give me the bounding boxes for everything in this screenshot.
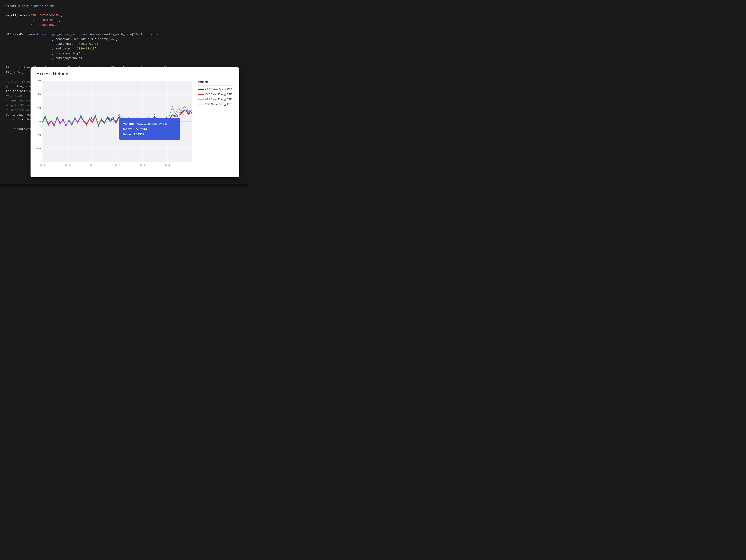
svg-text:0: 0 xyxy=(39,120,41,123)
code-line-4: 'PR':'XIUSA0010F', xyxy=(6,18,242,23)
code-line-11: , freq='monthly' xyxy=(6,51,242,56)
code-line-9: , start_date= '2010-01-01' xyxy=(6,42,242,47)
legend-line-xyz xyxy=(198,94,204,94)
code-line-13 xyxy=(6,61,242,65)
svg-text:30: 30 xyxy=(38,79,41,82)
legend-line-efg xyxy=(198,104,204,105)
chart-title: Excess Returns xyxy=(36,71,235,77)
legend-item-xyz: XYZ Clean Energy ETF xyxy=(198,93,233,96)
svg-text:−20: −20 xyxy=(36,147,41,150)
code-line-3: us_mkt_index={'TR':'XIUSA0010V', xyxy=(6,13,242,18)
code-line-8: , benchmark_sec_id=us_mkt_index['NR'] xyxy=(6,37,242,42)
chart-legend: Variable ABC Clean Energy ETF XYZ Clean … xyxy=(196,78,235,171)
legend-label-efg: EFG Clean Energy ETF xyxy=(205,103,232,106)
legend-line-abc xyxy=(198,89,204,90)
code-line-12: , currency='USD') xyxy=(6,56,242,61)
legend-item-aaa: AAA Clean Energy ETF xyxy=(198,98,233,101)
legend-title: Variable xyxy=(198,80,233,84)
legend-label-xyz: XYZ Clean Energy ETF xyxy=(205,93,232,96)
svg-text:20: 20 xyxy=(38,93,41,96)
legend-item-efg: EFG Clean Energy ETF xyxy=(198,103,233,106)
svg-text:2016: 2016 xyxy=(115,164,120,167)
legend-label-abc: ABC Clean Energy ETF xyxy=(205,88,232,91)
chart-svg: 30 20 10 0 −10 −20 2010 2012 2014 2016 2… xyxy=(34,78,196,171)
svg-point-28 xyxy=(91,117,93,119)
legend-label-aaa: AAA Clean Energy ETF xyxy=(205,98,232,101)
chart-main: 30 20 10 0 −10 −20 2010 2012 2014 2016 2… xyxy=(34,78,196,171)
svg-text:2014: 2014 xyxy=(90,164,95,167)
svg-text:2012: 2012 xyxy=(65,164,70,167)
svg-text:−10: −10 xyxy=(36,134,41,137)
svg-text:2020: 2020 xyxy=(165,164,170,167)
bottom-bar xyxy=(0,184,248,187)
legend-line-aaa xyxy=(198,99,204,100)
code-line-6 xyxy=(6,28,242,32)
chart-container: 30 20 10 0 −10 −20 2010 2012 2014 2016 2… xyxy=(34,78,235,171)
svg-text:2018: 2018 xyxy=(140,164,145,167)
code-line-1: import plotly.express as px xyxy=(6,4,242,9)
chart-overlay: Excess Returns xyxy=(31,67,239,177)
code-line-2 xyxy=(6,9,242,13)
svg-text:2010: 2010 xyxy=(39,164,45,167)
code-line-10: , end_date= '2020-12-28' xyxy=(6,47,242,51)
code-line-5: 'NR':'F000010SCA'} xyxy=(6,23,242,28)
code-line-7: dfExcessReturns=md.direct.get_excess_ret… xyxy=(6,32,242,37)
svg-text:10: 10 xyxy=(38,107,41,110)
legend-item-abc: ABC Clean Energy ETF xyxy=(198,88,233,91)
